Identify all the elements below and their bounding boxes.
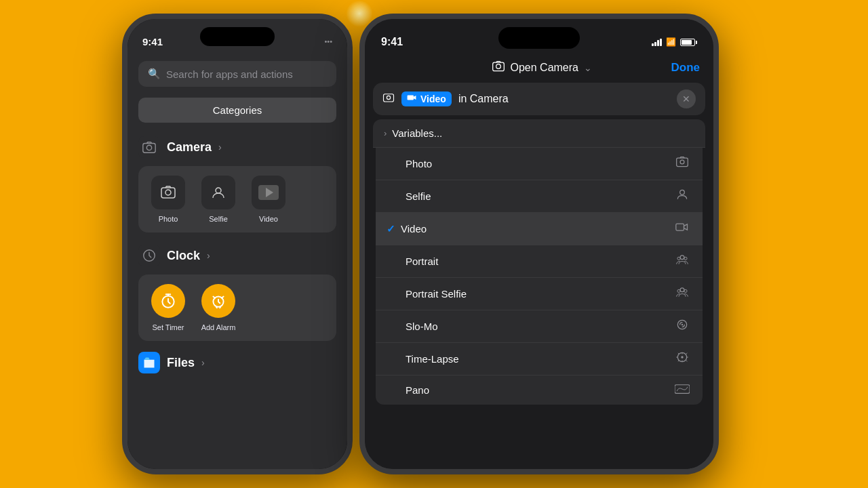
svg-point-9: [496, 64, 500, 69]
in-camera-text: in Camera: [458, 93, 509, 105]
status-icons-left: •••: [324, 37, 332, 45]
camera-mode-row: Video in Camera ✕: [373, 83, 705, 115]
dropdown-item-video[interactable]: ✓ Video: [376, 213, 703, 245]
nav-title-text: Open Camera: [511, 62, 579, 74]
video-tag[interactable]: Video: [401, 92, 452, 106]
nav-camera-icon: [492, 60, 505, 76]
done-button[interactable]: Done: [671, 61, 701, 75]
video-label: Video: [259, 215, 278, 223]
camera-section: Camera › Photo: [138, 136, 336, 232]
phones-container: 9:41 ••• 🔍 Search for apps and actions C…: [0, 0, 868, 488]
slomo-dropdown-icon: [673, 318, 692, 335]
svg-rect-13: [677, 158, 688, 167]
clock-section: Clock ›: [138, 245, 336, 341]
photo-dropdown-icon: [673, 155, 692, 172]
files-section: Files ›: [138, 352, 336, 373]
files-chevron: ›: [201, 357, 205, 368]
svg-point-26: [681, 356, 683, 358]
dots-icon: •••: [324, 37, 332, 45]
timelapse-dropdown-icon: [673, 350, 692, 367]
svg-point-11: [387, 96, 390, 99]
dropdown-item-portrait-selfie[interactable]: Portrait Selfie: [376, 278, 703, 310]
dropdown-item-selfie[interactable]: Selfie: [376, 180, 703, 213]
camera-mode-container: Video in Camera ✕: [365, 83, 713, 119]
svg-point-1: [146, 145, 151, 150]
clock-chevron: ›: [207, 250, 210, 261]
svg-point-24: [682, 324, 684, 326]
files-icon: [138, 352, 160, 373]
selfie-card[interactable]: Selfie: [198, 176, 239, 223]
time-left: 9:41: [142, 36, 163, 47]
set-timer-card[interactable]: Set Timer: [148, 284, 189, 331]
video-dropdown-icon: [673, 220, 692, 237]
checkmark-video: ✓: [387, 223, 395, 235]
set-timer-label: Set Timer: [152, 323, 184, 331]
camera-mode-icon: [382, 92, 395, 106]
video-card-icon: [252, 176, 285, 209]
dropdown-item-timelapse[interactable]: Time-Lapse: [376, 343, 703, 375]
svg-point-21: [677, 289, 680, 292]
time-right: 9:41: [381, 36, 403, 48]
right-phone: 9:41 📶: [359, 14, 719, 474]
selfie-label: Selfie: [209, 215, 228, 223]
svg-point-17: [680, 256, 684, 260]
clock-title: Clock: [167, 249, 200, 263]
variables-row[interactable]: › Variables...: [373, 119, 705, 148]
dropdown-list: Photo Selfie: [376, 148, 703, 405]
dropdown-item-photo[interactable]: Photo: [376, 148, 703, 180]
wifi-icon: 📶: [666, 37, 676, 47]
camera-section-header: Camera ›: [138, 136, 336, 158]
nav-action-title[interactable]: Open Camera ⌄: [492, 60, 593, 76]
dropdown-item-portrait[interactable]: Portrait: [376, 245, 703, 278]
left-phone-content: 🔍 Search for apps and actions Categories: [127, 54, 347, 380]
dynamic-island-left: [200, 27, 275, 46]
portrait-selfie-dropdown-icon: [673, 285, 692, 302]
svg-point-19: [684, 257, 687, 260]
svg-rect-10: [384, 94, 394, 102]
add-alarm-label: Add Alarm: [201, 323, 236, 331]
portrait-dropdown-icon: [673, 253, 692, 270]
video-tag-label: Video: [420, 94, 446, 104]
camera-chevron: ›: [218, 142, 222, 152]
add-alarm-card[interactable]: Add Alarm: [198, 284, 239, 331]
svg-point-14: [680, 160, 684, 164]
close-button[interactable]: ✕: [677, 89, 696, 108]
video-tag-icon: [407, 93, 416, 105]
photo-label: Photo: [159, 215, 178, 223]
clock-app-icon: [138, 245, 160, 266]
variables-label: Variables...: [392, 127, 442, 139]
svg-rect-16: [676, 224, 684, 230]
alarm-icon: [201, 284, 235, 318]
svg-point-3: [165, 190, 171, 195]
nav-dropdown-chevron: ⌄: [584, 62, 592, 73]
svg-rect-12: [408, 96, 414, 100]
dynamic-island-right: [498, 27, 580, 49]
signal-icon: [652, 39, 662, 46]
svg-point-22: [684, 289, 687, 292]
photo-icon: [151, 176, 185, 209]
photo-card[interactable]: Photo: [148, 176, 189, 223]
timer-icon: [151, 284, 185, 318]
top-nav: Open Camera ⌄ Done: [365, 56, 713, 83]
variables-chevron: ›: [384, 128, 387, 138]
clock-section-header: Clock ›: [138, 245, 336, 266]
camera-title: Camera: [167, 140, 212, 155]
camera-action-cards: Photo Selfie: [138, 166, 336, 232]
selfie-dropdown-icon: [673, 188, 692, 205]
svg-point-20: [680, 288, 684, 292]
dropdown-item-pano[interactable]: Pano: [376, 375, 703, 405]
categories-button[interactable]: Categories: [138, 98, 336, 123]
dropdown-container: › Variables... Photo: [365, 119, 713, 405]
search-bar[interactable]: 🔍 Search for apps and actions: [138, 61, 336, 87]
selfie-icon: [201, 176, 235, 209]
search-placeholder: Search for apps and actions: [166, 68, 293, 80]
clock-action-cards: Set Timer: [138, 274, 336, 341]
camera-app-icon: [138, 136, 160, 158]
video-card[interactable]: Video: [248, 176, 289, 223]
svg-rect-8: [492, 62, 504, 71]
dropdown-item-slomo[interactable]: Slo-Mo: [376, 310, 703, 343]
svg-point-18: [677, 257, 680, 260]
svg-point-4: [216, 188, 221, 193]
search-icon: 🔍: [148, 68, 161, 80]
left-phone: 9:41 ••• 🔍 Search for apps and actions C…: [122, 14, 353, 474]
